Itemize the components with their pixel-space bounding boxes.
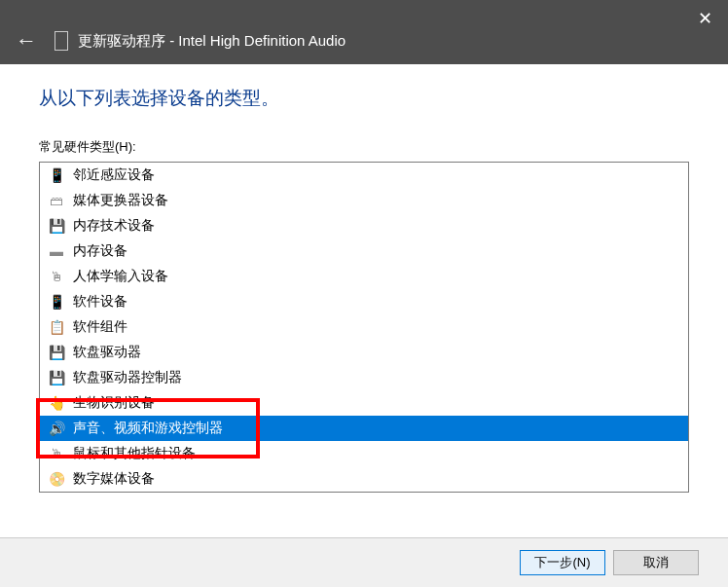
list-item-label: 生物识别设备 bbox=[73, 394, 155, 412]
device-type-icon: 📱 bbox=[48, 166, 65, 184]
window-title: 更新驱动程序 - Intel High Definition Audio bbox=[78, 32, 346, 51]
list-item[interactable]: 📱邻近感应设备 bbox=[40, 163, 688, 188]
list-item[interactable]: 👆生物识别设备 bbox=[40, 390, 688, 416]
list-item[interactable]: 📱软件设备 bbox=[40, 289, 688, 314]
device-type-icon: 🗃 bbox=[48, 192, 65, 209]
device-icon bbox=[55, 31, 68, 51]
dialog-content: 从以下列表选择设备的类型。 常见硬件类型(H): 📱邻近感应设备🗃媒体更换器设备… bbox=[0, 64, 728, 493]
list-item-label: 软件设备 bbox=[73, 293, 127, 311]
list-item-label: 数字媒体设备 bbox=[73, 470, 155, 488]
list-item-label: 内存技术设备 bbox=[73, 217, 155, 235]
title-bar: ✕ ← 更新驱动程序 - Intel High Definition Audio bbox=[0, 0, 728, 64]
device-type-icon: 👆 bbox=[48, 394, 65, 412]
list-item[interactable]: 📋软件组件 bbox=[40, 314, 688, 340]
list-item[interactable]: 🖱鼠标和其他指针设备 bbox=[40, 441, 688, 466]
list-item[interactable]: 💾内存技术设备 bbox=[40, 213, 688, 238]
device-type-icon: 🔊 bbox=[48, 420, 65, 437]
list-item-label: 软盘驱动器控制器 bbox=[73, 369, 182, 386]
list-item-label: 软盘驱动器 bbox=[73, 344, 141, 361]
list-item[interactable]: 🖱人体学输入设备 bbox=[40, 264, 688, 289]
list-item-label: 声音、视频和游戏控制器 bbox=[73, 420, 223, 437]
list-item-label: 内存设备 bbox=[73, 242, 127, 260]
list-item[interactable]: 🗃媒体更换器设备 bbox=[40, 188, 688, 213]
list-label: 常见硬件类型(H): bbox=[39, 138, 689, 156]
list-item-label: 人体学输入设备 bbox=[73, 268, 168, 285]
device-type-icon: 💾 bbox=[48, 369, 65, 386]
list-item-label: 软件组件 bbox=[73, 318, 127, 336]
next-button[interactable]: 下一步(N) bbox=[520, 550, 605, 575]
list-item[interactable]: 🔊声音、视频和游戏控制器 bbox=[40, 416, 688, 441]
device-type-icon: 💾 bbox=[48, 217, 65, 235]
device-type-icon: ▬ bbox=[48, 242, 65, 260]
device-type-icon: 📋 bbox=[48, 318, 65, 336]
device-type-icon: 🖱 bbox=[48, 445, 65, 462]
list-item-label: 鼠标和其他指针设备 bbox=[73, 445, 196, 462]
cancel-button[interactable]: 取消 bbox=[613, 550, 699, 575]
device-type-icon: 🖱 bbox=[48, 268, 65, 285]
dialog-footer: 下一步(N) 取消 bbox=[0, 537, 728, 587]
list-item[interactable]: 💾软盘驱动器控制器 bbox=[40, 365, 688, 390]
list-item-label: 媒体更换器设备 bbox=[73, 192, 168, 209]
list-item-label: 邻近感应设备 bbox=[73, 166, 155, 184]
device-type-icon: 📱 bbox=[48, 293, 65, 311]
list-item[interactable]: 💾软盘驱动器 bbox=[40, 340, 688, 365]
device-type-icon: 📀 bbox=[48, 470, 65, 488]
close-icon[interactable]: ✕ bbox=[698, 8, 712, 29]
page-heading: 从以下列表选择设备的类型。 bbox=[39, 86, 689, 111]
back-icon[interactable]: ← bbox=[16, 28, 37, 54]
list-item[interactable]: ▬内存设备 bbox=[40, 238, 688, 264]
list-item[interactable]: 📀数字媒体设备 bbox=[40, 466, 688, 492]
hardware-type-list[interactable]: 📱邻近感应设备🗃媒体更换器设备💾内存技术设备▬内存设备🖱人体学输入设备📱软件设备… bbox=[39, 162, 689, 493]
device-type-icon: 💾 bbox=[48, 344, 65, 361]
